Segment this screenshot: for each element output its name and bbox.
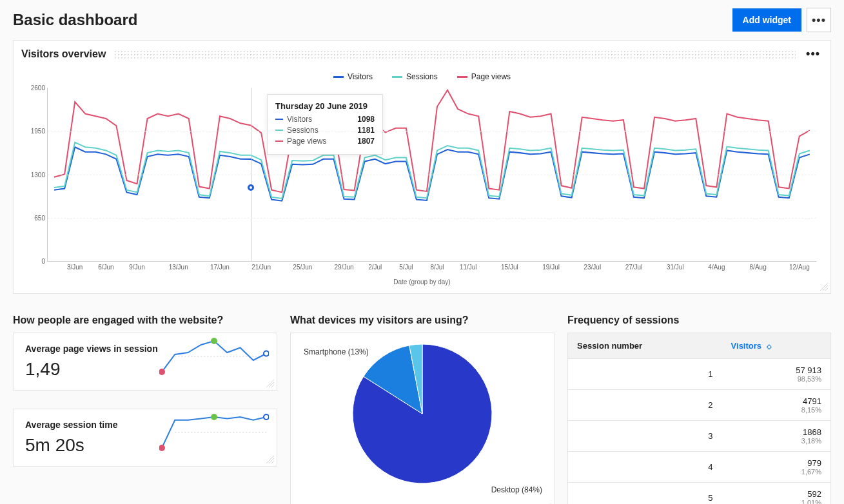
cell-session-number: 2 [568,390,722,421]
table-row[interactable]: 247918,15% [568,390,831,421]
x-axis-label: Date (group by day) [21,278,823,286]
avg-page-views-card: Average page views in session 1,49 [13,333,277,391]
cell-visitors: 5921,01% [722,483,831,505]
more-menu-button[interactable]: ••• [807,8,831,32]
svg-point-2 [211,338,217,344]
devices-column: What devices my visitors are using? Smar… [290,307,554,504]
svg-point-6 [211,414,217,420]
ellipsis-icon: ••• [812,14,826,27]
tooltip-swatch [275,119,283,120]
visitors-line-chart[interactable]: 0650130019502600 3/Jun6/Jun9/Jun13/Jun17… [47,88,816,262]
cell-session-number: 4 [568,452,722,483]
tooltip-title: Thursday 20 June 2019 [275,101,375,111]
section-title: How people are engaged with the website? [13,315,277,326]
section-title: What devices my visitors are using? [290,315,554,326]
visitors-overview-widget: Visitors overview ••• Visitors Sessions … [13,40,831,294]
svg-point-5 [159,445,164,451]
column-session-number[interactable]: Session number [568,333,722,359]
svg-point-1 [159,369,164,374]
tooltip-label: Visitors [287,115,353,124]
legend-swatch [392,76,402,78]
table-row[interactable]: 55921,01% [568,483,831,505]
table-row[interactable]: 318683,18% [568,421,831,452]
chart-tooltip: Thursday 20 June 2019 Visitors1098 Sessi… [267,94,383,155]
add-widget-button[interactable]: Add widget [732,8,801,32]
cell-visitors: 47918,15% [722,390,831,421]
table-row[interactable]: 49791,67% [568,452,831,483]
svg-point-7 [264,414,269,420]
header: Basic dashboard Add widget ••• [0,0,844,40]
widget-menu-button[interactable]: ••• [803,47,823,61]
legend-label: Sessions [406,72,438,81]
legend-label: Page views [471,72,511,81]
section-title: Frequency of sessions [567,315,831,326]
sort-icon: ◇ [767,343,772,350]
resize-handle-icon[interactable] [266,380,274,387]
engagement-column: How people are engaged with the website?… [13,307,277,485]
tooltip-label: Sessions [287,126,353,135]
widget-title: Visitors overview [21,48,106,60]
cell-session-number: 5 [568,483,722,505]
resize-handle-icon[interactable] [820,283,828,291]
tooltip-value: 1181 [357,126,375,135]
devices-pie-widget: Smartphone (13%) Desktop (84%) [290,333,554,504]
page-title: Basic dashboard [13,11,137,29]
ellipsis-icon: ••• [806,47,820,60]
pie-label-desktop: Desktop (84%) [491,485,542,494]
cell-session-number: 3 [568,421,722,452]
legend-swatch [457,76,467,78]
pie-label-smartphone: Smartphone (13%) [304,347,369,356]
sparkline-chart [159,337,269,376]
header-actions: Add widget ••• [732,8,831,32]
legend-item[interactable]: Sessions [392,72,438,81]
frequency-table: Session number Visitors ◇ 157 91398,53%2… [567,333,831,504]
sparkline-chart [159,413,269,452]
tooltip-label: Page views [287,137,353,146]
avg-session-time-card: Average session time 5m 20s [13,409,277,467]
devices-pie-chart[interactable] [348,340,496,488]
svg-point-3 [264,351,269,356]
chart-legend: Visitors Sessions Page views [21,68,823,88]
legend-item[interactable]: Visitors [333,72,373,81]
legend-swatch [333,76,344,78]
table-row[interactable]: 157 91398,53% [568,359,831,390]
tooltip-swatch [275,141,283,142]
legend-item[interactable]: Page views [457,72,511,81]
column-visitors[interactable]: Visitors ◇ [722,333,831,359]
widget-drag-handle[interactable] [113,50,796,59]
tooltip-value: 1098 [357,115,375,124]
tooltip-value: 1807 [357,137,375,146]
legend-label: Visitors [348,72,373,81]
cell-session-number: 1 [568,359,722,390]
column-label: Visitors [731,341,761,351]
resize-handle-icon[interactable] [266,456,274,463]
frequency-column: Frequency of sessions Session number Vis… [567,307,831,504]
cell-visitors: 18683,18% [722,421,831,452]
cell-visitors: 9791,67% [722,452,831,483]
cell-visitors: 57 91398,53% [722,359,831,390]
